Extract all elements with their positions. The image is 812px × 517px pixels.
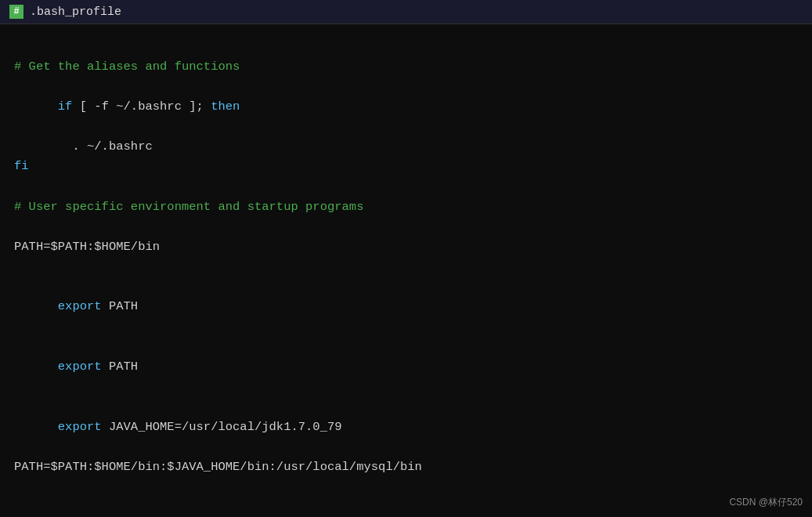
keyword-export2: export xyxy=(58,360,102,374)
line-blank2 xyxy=(14,217,798,237)
line-fi: fi xyxy=(14,157,798,177)
title-icon: # xyxy=(9,5,23,19)
title-text: .bash_profile xyxy=(30,5,121,19)
terminal-window: # .bash_profile # Get the aliases and fu… xyxy=(0,0,812,517)
line-blank1 xyxy=(14,177,798,197)
line-export3: export JAVA_HOME=/usr/local/jdk1.7.0_79 xyxy=(14,397,798,457)
keyword-if: if xyxy=(58,99,73,114)
line-export4: export PATH xyxy=(14,497,798,517)
line-comment2: # User specific environment and startup … xyxy=(14,197,798,218)
line-blank-top xyxy=(14,37,798,57)
line-source: . ~/.bashrc xyxy=(14,137,798,157)
export2-rest: PATH xyxy=(102,360,139,374)
line-export1: export PATH xyxy=(14,277,798,338)
if-rest: [ -f ~/.bashrc ]; xyxy=(72,99,211,114)
watermark: CSDN @林仔520 xyxy=(729,496,803,509)
keyword-then: then xyxy=(211,99,240,114)
title-bar: # .bash_profile xyxy=(0,0,812,24)
line-path2: PATH=$PATH:$HOME/bin:$JAVA_HOME/bin:/usr… xyxy=(14,457,798,478)
line-blank3 xyxy=(14,257,798,277)
export3-rest: JAVA_HOME=/usr/local/jdk1.7.0_79 xyxy=(102,420,342,434)
line-comment1: # Get the aliases and functions xyxy=(14,57,798,78)
keyword-export1: export xyxy=(58,299,102,313)
line-path1: PATH=$PATH:$HOME/bin xyxy=(14,237,798,258)
code-area: # Get the aliases and functions if [ -f … xyxy=(0,24,812,517)
line-if: if [ -f ~/.bashrc ]; then xyxy=(14,77,798,137)
line-blank4 xyxy=(14,477,798,497)
export1-rest: PATH xyxy=(102,299,139,313)
line-export2: export PATH xyxy=(14,337,798,397)
keyword-export3: export xyxy=(58,420,102,434)
